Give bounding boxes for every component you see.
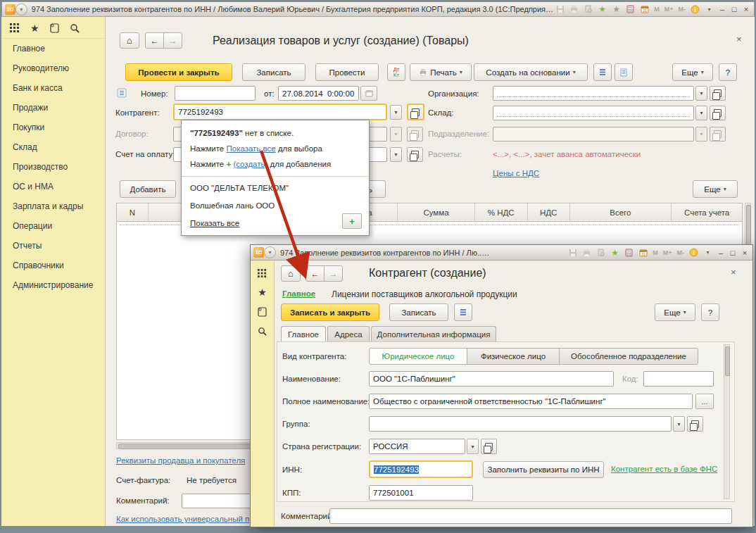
forward-button[interactable]: → [324, 265, 343, 282]
code-input[interactable] [643, 371, 714, 387]
memory-plus-button[interactable]: M+ [662, 249, 674, 256]
kpp-input[interactable]: 772501001 [369, 485, 473, 501]
department-dropdown-button[interactable]: ▾ [695, 127, 707, 142]
titlebar-dropdown-icon[interactable]: ▾ [703, 4, 715, 15]
favorites-star-icon[interactable]: ★ [609, 247, 621, 258]
horizontal-scrollbar-handle[interactable] [118, 444, 257, 449]
sub-more-button[interactable]: Еще ▾ [655, 303, 695, 321]
save-contragent-button[interactable]: Записать [389, 303, 448, 321]
home-button[interactable]: ⌂ [281, 265, 301, 282]
create-link[interactable]: (создать) [233, 160, 267, 168]
suggestion-item[interactable]: Волшебная лань ООО [190, 201, 275, 210]
invoice-dropdown-button[interactable]: ▾ [390, 147, 402, 162]
sidebar-item-bank-i-kassa[interactable]: Банк и касса [1, 78, 105, 98]
col-scheta-ucheta[interactable]: Счета учета [672, 203, 742, 221]
contragent-input[interactable]: 7725192493 [173, 104, 387, 120]
fns-database-link[interactable]: Контрагент есть в базе ФНС [611, 465, 717, 473]
kind-option-legal[interactable]: Юридическое лицо [369, 348, 467, 365]
add-row-button[interactable]: Добавить [120, 180, 176, 198]
close-button[interactable]: × [740, 249, 750, 257]
date-input[interactable]: 27.08.2014 0:00:00 [278, 86, 359, 101]
how-to-use-link[interactable]: Как использовать универсальный п [116, 515, 249, 523]
show-all-link[interactable]: Показать все [226, 144, 275, 153]
sub-help-button[interactable]: ? [701, 303, 719, 321]
contragent-open-button[interactable] [407, 104, 424, 120]
calendar-icon[interactable]: 31 [638, 4, 650, 15]
table-more-button[interactable]: Еще ▾ [693, 180, 738, 198]
contract-dropdown-button[interactable]: ▾ [390, 127, 402, 142]
save-icon[interactable] [567, 247, 579, 258]
name-input[interactable]: ООО "1С-Паблишинг" [369, 371, 614, 387]
info-icon[interactable]: i [688, 247, 700, 258]
calculator-icon[interactable] [623, 247, 635, 258]
memory-minus-button[interactable]: M- [676, 249, 686, 256]
show-all-bottom-link[interactable]: Показать все [190, 219, 239, 227]
tab-dop-informaciya[interactable]: Дополнительная информация [371, 326, 496, 342]
group-input[interactable] [369, 416, 672, 432]
sub-menu-dropdown-icon[interactable]: ▾ [264, 246, 276, 258]
nav-licenses-link[interactable]: Лицензии поставщиков алкогольной продукц… [332, 289, 517, 299]
col-pct-nds[interactable]: % НДС [475, 203, 528, 221]
info-icon[interactable]: i [689, 4, 701, 15]
home-button[interactable]: ⌂ [120, 32, 139, 49]
kind-option-person[interactable]: Физическое лицо [467, 348, 560, 365]
memory-plus-button[interactable]: M+ [663, 6, 675, 13]
dt-kt-icon[interactable]: Дт Кт [387, 63, 405, 81]
sidebar-item-spravochniki[interactable]: Справочники [1, 256, 105, 275]
country-open-button[interactable] [481, 439, 497, 454]
history-star-icon[interactable]: ★ [610, 4, 622, 15]
organization-dropdown-button[interactable]: ▾ [695, 86, 707, 101]
full-name-input[interactable]: Общество с ограниченной ответственностью… [369, 394, 693, 409]
sub-comment-input[interactable] [329, 508, 732, 524]
search-icon[interactable] [258, 327, 267, 336]
sidebar-item-zarplata[interactable]: Зарплата и кадры [1, 196, 105, 216]
department-input[interactable] [493, 127, 694, 142]
document-close-icon[interactable]: × [736, 34, 742, 44]
group-dropdown-button[interactable]: ▾ [673, 416, 685, 432]
warehouse-input[interactable] [493, 106, 694, 120]
preview-icon[interactable] [595, 247, 607, 258]
calendar-icon[interactable]: 31 [637, 247, 649, 258]
sidebar-item-rukovoditelyu[interactable]: Руководителю [1, 58, 105, 78]
warehouse-dropdown-button[interactable]: ▾ [695, 106, 707, 120]
maximize-button[interactable]: □ [729, 5, 739, 13]
back-button[interactable]: ← [305, 265, 325, 282]
sidebar-item-sklad[interactable]: Склад [1, 137, 105, 157]
col-n[interactable]: N [117, 203, 149, 221]
sidebar-item-os-i-nma[interactable]: ОС и НМА [1, 177, 105, 196]
preview-icon[interactable] [582, 4, 594, 15]
group-open-button[interactable] [687, 416, 703, 432]
organization-open-button[interactable] [710, 86, 726, 101]
titlebar-dropdown-icon[interactable]: ▾ [702, 247, 714, 258]
tab-adresa[interactable]: Адреса [327, 326, 370, 342]
sub-vertical-scrollbar[interactable] [724, 344, 730, 499]
invoice-open-button[interactable] [407, 147, 423, 162]
sidebar-item-operacii[interactable]: Операции [1, 216, 105, 236]
prices-with-vat-link[interactable]: Цены с НДС [493, 169, 539, 177]
sidebar-item-otchety[interactable]: Отчеты [1, 236, 105, 256]
memory-recall-button[interactable]: M [651, 249, 660, 256]
close-button[interactable]: × [741, 5, 751, 13]
tab-glavnoe[interactable]: Главное [281, 326, 326, 342]
contract-open-button[interactable] [407, 127, 423, 142]
minimize-button[interactable]: – [716, 249, 726, 257]
create-new-button[interactable]: + [342, 213, 362, 229]
sidebar-item-pokupki[interactable]: Покупки [1, 118, 105, 137]
contragent-dropdown-button[interactable]: ▾ [390, 105, 402, 120]
contragent-close-icon[interactable]: × [731, 267, 736, 277]
print-icon[interactable] [568, 4, 580, 15]
minimize-button[interactable]: – [717, 5, 727, 13]
favorites-icon[interactable]: ★ [258, 288, 267, 297]
col-nds[interactable]: НДС [528, 203, 570, 221]
maximize-button[interactable]: □ [728, 249, 738, 257]
seller-buyer-requisites-link[interactable]: Реквизиты продавца и покупателя [116, 456, 245, 465]
sidebar-item-glavnoe[interactable]: Главное [1, 39, 105, 58]
kind-option-division[interactable]: Обособленное подразделение [559, 348, 698, 365]
search-icon[interactable] [70, 23, 80, 33]
favorites-star-icon[interactable]: ★ [596, 4, 608, 15]
back-button[interactable]: ← [145, 32, 164, 49]
date-calendar-button[interactable] [360, 86, 377, 101]
save-document-button[interactable]: Записать [242, 63, 305, 81]
suggestion-item[interactable]: ООО "ДЕЛЬТА ТЕЛЕКОМ" [190, 184, 289, 192]
sidebar-item-proizvodstvo[interactable]: Производство [1, 157, 105, 177]
